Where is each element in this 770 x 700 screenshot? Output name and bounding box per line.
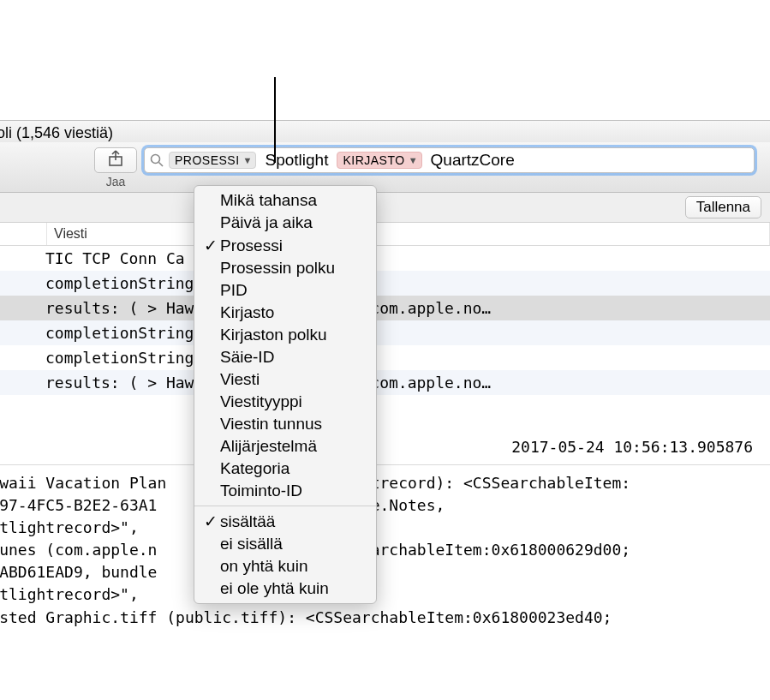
dropdown-item-label: ei ole yhtä kuin [220, 579, 329, 598]
cell-message: results: ( > Hawaii Vacation Plan (com.a… [45, 374, 763, 392]
token-value-quartzcore: QuartzCore [427, 151, 518, 170]
dropdown-item-label: Mikä tahansa [220, 191, 317, 210]
dropdown-item-label: Viesti [220, 370, 260, 389]
dropdown-item[interactable]: Viestin tunnus [194, 413, 376, 435]
cell-message: TIC TCP Conn Ca ] [45, 249, 763, 267]
save-button[interactable]: Tallenna [685, 196, 761, 218]
share-button[interactable] [94, 147, 137, 173]
dropdown-item-label: Kirjasto [220, 303, 274, 322]
table-row[interactable]: tli…TIC TCP Conn Ca ] [0, 246, 770, 271]
dropdown-item-label: Viestin tunnus [220, 415, 322, 434]
cell-message: results: ( > Hawaii Vacation Plan (com.a… [45, 299, 763, 317]
table-row[interactable]: tli…completionString [0, 320, 770, 345]
dropdown-item-label: Säie-ID [220, 348, 274, 367]
chevron-down-icon: ▼ [243, 155, 253, 165]
cell-process: tli… [0, 299, 45, 317]
dropdown-item[interactable]: PID [194, 279, 376, 302]
dropdown-item[interactable]: Säie-ID [194, 346, 376, 368]
token-label: PROSESSI [175, 153, 240, 167]
filter-bar: Tallenna [0, 193, 770, 223]
log-rows: tli…TIC TCP Conn Ca ]tli…completionStrin… [0, 246, 770, 395]
dropdown-item[interactable]: ✓Prosessi [194, 234, 376, 257]
dropdown-item-label: Viestityyppi [220, 392, 302, 411]
dropdown-item[interactable]: Viestityyppi [194, 391, 376, 413]
dropdown-item-label: ei sisällä [220, 535, 283, 553]
column-message[interactable]: Viesti [47, 223, 770, 245]
dropdown-item-label: PID [220, 281, 248, 300]
dropdown-item-label: Prosessi [220, 236, 283, 255]
table-row[interactable]: tli…completionString [0, 271, 770, 296]
timestamp: 2017-05-24 10:56:13.905876 [0, 395, 770, 465]
column-process[interactable]: ssi [0, 223, 47, 245]
dropdown-item[interactable]: Prosessin polku [194, 257, 376, 279]
check-icon: ✓ [201, 236, 220, 255]
svg-point-1 [152, 155, 160, 164]
dropdown-item[interactable]: Alijärjestelmä [194, 435, 376, 458]
cell-message: completionString [45, 324, 763, 342]
dropdown-item[interactable]: Viesti [194, 368, 376, 391]
check-icon: ✓ [201, 512, 220, 531]
dropdown-item[interactable]: on yhtä kuin [194, 555, 376, 577]
share-label: Jaa [94, 175, 137, 188]
chevron-down-icon: ▼ [409, 155, 418, 165]
cell-process: tli… [0, 249, 45, 267]
table-row[interactable]: tli…results: ( > Hawaii Vacation Plan (c… [0, 296, 770, 320]
dropdown-item[interactable]: ✓sisältää [194, 510, 376, 533]
toolbar: Jaa PROSESSI ▼ Spotlight KIRJASTO ▼ Quar… [0, 142, 770, 193]
dropdown-item-label: Päivä ja aika [220, 213, 313, 232]
dropdown-item[interactable]: Kirjasto [194, 302, 376, 324]
svg-line-2 [159, 163, 164, 167]
filter-token-prosessi[interactable]: PROSESSI ▼ [169, 152, 256, 169]
table-header: ssi Viesti [0, 223, 770, 246]
dropdown-item-label: Kategoria [220, 459, 289, 478]
cell-process: tli… [0, 324, 45, 342]
search-field[interactable]: PROSESSI ▼ Spotlight KIRJASTO ▼ QuartzCo… [144, 147, 755, 173]
dropdown-item-label: Toiminto-ID [220, 482, 302, 500]
detail-pane: t> Hawaii Vacation Plan tlightrecord): <… [0, 465, 770, 636]
filter-token-kirjasto[interactable]: KIRJASTO ▼ [337, 152, 421, 169]
table-row[interactable]: tliresults: ( > Hawaii Vacation Plan (co… [0, 370, 770, 395]
dropdown-item[interactable]: ei sisällä [194, 533, 376, 555]
dropdown-item[interactable]: Päivä ja aika [194, 212, 376, 234]
dropdown-item-label: sisältää [220, 512, 275, 531]
dropdown-item-label: Alijärjestelmä [220, 437, 317, 456]
cell-process: tli [0, 374, 45, 392]
dropdown-item-label: Kirjaston polku [220, 326, 327, 344]
dropdown-item[interactable]: Toiminto-ID [194, 480, 376, 502]
token-value-spotlight: Spotlight [261, 151, 331, 170]
filter-type-dropdown[interactable]: Mikä tahansaPäivä ja aika✓ProsessiProses… [194, 185, 377, 604]
cell-message: completionString [45, 274, 763, 292]
console-window: Konsoli (1,546 viestiä) Jaa PROSESSI ▼ S… [0, 120, 770, 700]
dropdown-item-label: on yhtä kuin [220, 557, 307, 576]
window-title: Konsoli (1,546 viestiä) [0, 121, 770, 142]
table-row[interactable]: tli…completionString [0, 345, 770, 370]
cell-process: tli… [0, 349, 45, 367]
cell-message: completionString [45, 349, 763, 367]
share-icon [108, 150, 123, 171]
dropdown-item[interactable]: ei ole yhtä kuin [194, 577, 376, 600]
search-icon [150, 153, 164, 167]
dropdown-separator [194, 506, 376, 506]
dropdown-item-label: Prosessin polku [220, 259, 335, 278]
dropdown-item[interactable]: Kirjaston polku [194, 324, 376, 346]
cell-process: tli… [0, 274, 45, 292]
token-label: KIRJASTO [343, 153, 404, 167]
callout-line [274, 77, 276, 163]
dropdown-item[interactable]: Kategoria [194, 458, 376, 480]
dropdown-item[interactable]: Mikä tahansa [194, 189, 376, 212]
